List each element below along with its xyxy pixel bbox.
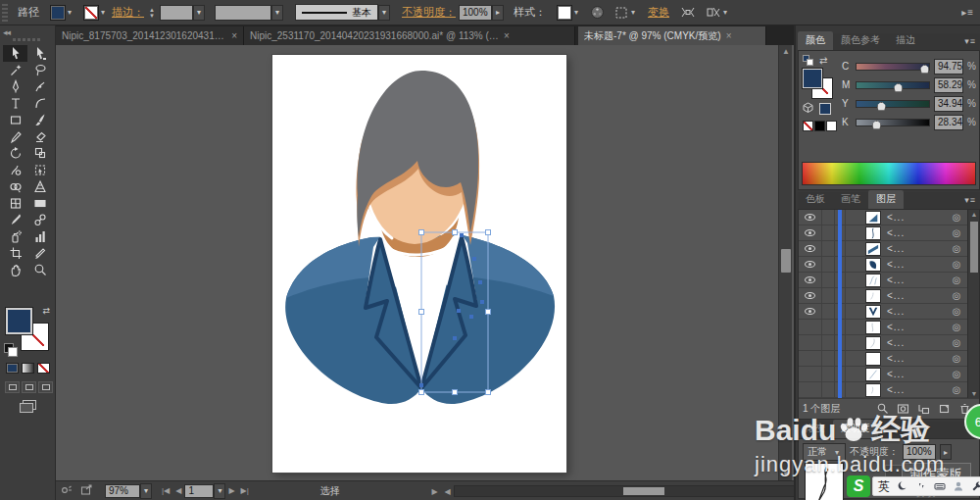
scroll-left-icon[interactable]: ◀	[441, 487, 454, 496]
gradient-button[interactable]	[22, 363, 34, 374]
prev-artboard-icon[interactable]: ◀	[175, 486, 181, 495]
vertical-scrollbar[interactable]: ▲ ▼	[778, 45, 792, 480]
color-spectrum-bar[interactable]	[802, 162, 976, 185]
horizontal-scroll-thumb[interactable]	[623, 487, 664, 495]
artboard-tool[interactable]	[3, 245, 27, 262]
vertical-scroll-thumb[interactable]	[781, 249, 791, 273]
select-similar-icon[interactable]: ▾	[614, 6, 637, 20]
layer-thumbnail[interactable]	[865, 211, 881, 225]
scroll-up-icon[interactable]: ▲	[779, 47, 793, 56]
stroke-weight-dropdown[interactable]: ▾	[193, 5, 205, 21]
target-icon[interactable]: ◎	[946, 353, 967, 364]
rectangle-tool[interactable]	[3, 112, 27, 128]
hand-tool[interactable]	[3, 262, 27, 278]
target-icon[interactable]: ◎	[946, 290, 967, 301]
default-fill-stroke-icon[interactable]	[4, 343, 14, 353]
layer-thumbnail[interactable]	[865, 289, 881, 303]
document-tab[interactable]: Nipic_8175703_20141230162043156000.ai* @…	[56, 26, 244, 45]
wrench-icon[interactable]	[971, 480, 980, 492]
stroke-weight-field[interactable]	[160, 5, 193, 21]
next-artboard-icon[interactable]: ▶	[228, 486, 234, 495]
white-swatch[interactable]	[826, 121, 837, 131]
symbol-sprayer-tool[interactable]	[3, 228, 27, 245]
brush-definition-dropdown[interactable]: ▾	[271, 5, 283, 21]
locate-object-icon[interactable]	[876, 402, 889, 417]
visibility-toggle[interactable]	[799, 320, 822, 334]
target-icon[interactable]: ◎	[946, 337, 967, 348]
layer-row[interactable]: <...◎	[799, 382, 967, 398]
ime-language-toggle[interactable]: 英	[878, 478, 890, 495]
perspective-grid-tool[interactable]	[27, 178, 52, 195]
magenta-slider[interactable]	[856, 81, 930, 89]
layer-thumbnail[interactable]	[865, 274, 881, 287]
tools-grip[interactable]	[13, 38, 42, 41]
clipping-mask-icon[interactable]	[897, 402, 909, 417]
layer-thumbnail[interactable]	[865, 258, 881, 272]
target-icon[interactable]: ◎	[946, 275, 967, 285]
last-artboard-icon[interactable]: ▶|	[241, 486, 249, 495]
panel-menu-icon[interactable]: ▾≡	[964, 195, 976, 205]
stroke-link[interactable]: 描边：	[112, 5, 144, 20]
layer-row[interactable]: <...◎	[799, 288, 967, 304]
layer-thumbnail[interactable]	[865, 321, 881, 334]
control-bar-menu-icon[interactable]: ▸≡	[961, 7, 974, 18]
layer-row[interactable]: <...◎	[799, 273, 967, 288]
swap-fill-stroke-icon[interactable]: ⇄	[42, 306, 50, 316]
selection-tool[interactable]	[3, 45, 27, 62]
yellow-slider[interactable]	[856, 100, 930, 108]
color-button[interactable]	[6, 363, 19, 374]
opacity-dropdown[interactable]: ▸	[492, 5, 504, 21]
tab-swatches[interactable]: 色板	[798, 190, 833, 209]
horizontal-scroll-track[interactable]	[454, 485, 815, 497]
slider-thumb[interactable]	[894, 83, 903, 92]
eraser-tool[interactable]	[27, 128, 52, 145]
panel-fill-swatch[interactable]	[803, 69, 822, 88]
export-icon[interactable]	[80, 484, 93, 498]
target-icon[interactable]: ◎	[946, 243, 967, 254]
slice-tool[interactable]	[27, 245, 52, 262]
width-tool[interactable]	[27, 78, 52, 95]
layer-thumbnail[interactable]	[865, 226, 881, 240]
pencil-tool[interactable]	[3, 128, 27, 145]
sogou-logo-icon[interactable]: S	[847, 475, 870, 497]
close-icon[interactable]: ×	[726, 30, 732, 41]
black-slider[interactable]	[856, 119, 930, 126]
cyan-value-field[interactable]: 94.75	[934, 59, 963, 75]
visibility-toggle[interactable]	[799, 225, 822, 240]
layer-row[interactable]: <...◎	[799, 210, 967, 225]
layers-scrollbar[interactable]: ▲ ▼	[967, 210, 979, 398]
punctuation-icon[interactable]	[915, 480, 927, 492]
magic-wand-tool[interactable]	[3, 62, 27, 78]
pane-divider-icon[interactable]: ▶	[428, 487, 441, 496]
scroll-up-icon[interactable]: ▲	[968, 211, 980, 218]
stroke-profile-field[interactable]: 基本	[295, 4, 378, 21]
swap-colors-icon[interactable]: ⇄	[819, 55, 827, 66]
layer-thumbnail[interactable]	[865, 305, 881, 319]
horizontal-scrollbar[interactable]: ▶ ◀ ▶	[428, 484, 828, 498]
tab-layers[interactable]: 图层	[868, 190, 904, 209]
recolor-artwork-icon[interactable]	[590, 5, 605, 20]
rotate-tool[interactable]	[3, 145, 27, 162]
layer-thumbnail[interactable]	[865, 352, 881, 366]
slider-thumb[interactable]	[877, 102, 886, 111]
layer-row[interactable]: <...◎	[799, 257, 967, 273]
tab-gradient[interactable]: 渐变	[798, 420, 833, 438]
pen-tool[interactable]	[3, 78, 27, 95]
target-icon[interactable]: ◎	[946, 369, 967, 379]
layer-thumbnail[interactable]	[865, 368, 881, 381]
screen-mode-button[interactable]	[20, 403, 33, 413]
target-icon[interactable]: ◎	[946, 384, 967, 395]
visibility-toggle[interactable]	[799, 335, 822, 350]
transparency-opacity-field[interactable]: 100%	[903, 444, 936, 460]
tab-transparency[interactable]: 透明度	[833, 420, 878, 438]
tab-brushes[interactable]: 画笔	[833, 190, 868, 209]
distribute-icon[interactable]: ▾	[706, 6, 729, 19]
paintbrush-tool[interactable]	[27, 112, 52, 128]
stroke-color-swatch[interactable]: ▾	[83, 5, 107, 21]
out-of-gamut-cube-icon[interactable]	[803, 102, 813, 115]
target-icon[interactable]: ◎	[946, 212, 967, 223]
visibility-toggle[interactable]	[799, 257, 822, 272]
slider-thumb[interactable]	[872, 121, 881, 129]
eyedropper-tool[interactable]	[3, 212, 27, 228]
magenta-value-field[interactable]: 58.29	[934, 77, 963, 93]
